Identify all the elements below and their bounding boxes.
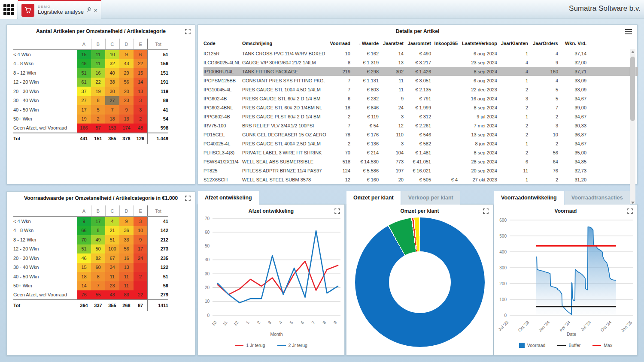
table-row[interactable]: PT825PITLESS ADPTR BRNZE 11/4 PAS97124€ … — [204, 166, 638, 175]
heatmap-cell[interactable]: 14 — [77, 281, 91, 291]
heatmap-cell[interactable]: 2 — [134, 272, 148, 281]
heatmap-cell[interactable]: 17 — [134, 244, 148, 254]
details-column-header[interactable]: - Waarde — [350, 38, 379, 49]
heatmap-cell[interactable]: 9 — [77, 217, 91, 226]
heatmap-cell[interactable]: 17 — [77, 105, 91, 115]
heatmap-cell[interactable]: 8 — [91, 272, 105, 281]
table-row[interactable]: IPG10045-4LPRES GAUGE STL 100# 4.5D 1/4L… — [204, 85, 638, 94]
close-icon[interactable]: × — [94, 7, 97, 13]
heatmap-cell[interactable]: 4 — [105, 217, 119, 226]
table-row[interactable]: IC125RTANK CROSS PVC 11/4 W/RV BOXED10€ … — [204, 49, 638, 58]
expand-icon[interactable] — [334, 208, 340, 214]
table-row[interactable]: PD15GELGUNK GEL DEGREASER 15 OZ AERO78€ … — [204, 130, 638, 139]
heatmap-cell[interactable]: 19 — [91, 87, 105, 96]
heatmap-cell[interactable]: 24 — [134, 253, 148, 263]
heatmap-cell[interactable]: 43 — [119, 59, 134, 69]
heatmap-cell[interactable]: 22 — [134, 290, 148, 300]
details-column-header[interactable]: Inkoop365 — [431, 38, 458, 49]
heatmap-cell[interactable]: 7 — [105, 105, 119, 115]
heatmap-cell[interactable]: 15 — [77, 50, 91, 59]
pin-icon[interactable] — [86, 7, 92, 13]
heatmap-cell[interactable]: 22 — [134, 59, 148, 69]
heatmap-cell[interactable]: 43 — [105, 290, 119, 300]
heatmap-cell[interactable]: 13 — [134, 87, 148, 96]
heatmap-cell[interactable]: 67 — [105, 253, 119, 263]
heatmap-cell[interactable]: 11 — [91, 50, 105, 59]
heatmap-cell[interactable]: 2 — [134, 115, 148, 124]
heatmap-cell[interactable]: 50 — [91, 244, 105, 254]
heatmap-cell[interactable]: 46 — [77, 253, 91, 263]
heatmap-cell[interactable]: 13 — [119, 115, 134, 124]
table-row[interactable]: IRV75-100BRS RELIEF VLV 3/4X1/2 100PSI7€… — [204, 121, 638, 130]
heatmap-cell[interactable]: 174 — [119, 124, 134, 133]
table-row[interactable]: IPG602-4BPRESS GAUGE STL 60# 2 D 1/4 BM6… — [204, 94, 638, 103]
table-row[interactable]: IPG602-4BNLPRES GAUGE STL 60# 2D 1/4BM N… — [204, 103, 638, 112]
heatmap-cell[interactable]: 34 — [105, 263, 119, 272]
heatmap-cell[interactable]: 83 — [119, 290, 134, 300]
details-column-header[interactable]: Wkn. Vrd. — [558, 38, 586, 49]
heatmap-cell[interactable]: 18 — [77, 272, 91, 281]
heatmap-cell[interactable]: 15 — [77, 263, 91, 272]
heatmap-cell[interactable]: 9 — [119, 217, 134, 226]
heatmap-cell[interactable]: 51 — [77, 244, 91, 254]
heatmap-cell[interactable]: 57 — [91, 124, 105, 133]
heatmap-cell[interactable]: 49 — [91, 235, 105, 244]
heatmap-cell[interactable]: 16 — [91, 68, 105, 78]
heatmap-cell[interactable]: 153 — [105, 124, 119, 133]
heatmap-cell[interactable]: 9 — [134, 235, 148, 244]
heatmap-cell[interactable]: 7 — [91, 281, 105, 291]
heatmap-cell[interactable]: 56 — [119, 244, 134, 254]
details-column-header[interactable]: Code — [204, 38, 242, 49]
heatmap-cell[interactable]: 9 — [119, 105, 134, 115]
heatmap-cell[interactable]: 2 — [91, 115, 105, 124]
heatmap-cell[interactable]: 11 — [119, 281, 134, 291]
heatmap-cell[interactable]: 166 — [77, 124, 91, 133]
heatmap-cell[interactable]: 48 — [77, 59, 91, 69]
heatmap-cell[interactable]: 66 — [77, 226, 91, 235]
heatmap-cell[interactable]: 55 — [91, 290, 105, 300]
details-column-header[interactable]: LaatsteVerkoop — [458, 38, 497, 49]
heatmap-cell[interactable]: 17 — [91, 217, 105, 226]
heatmap-cell[interactable]: 11 — [119, 272, 134, 281]
tab-voorraadtransacties[interactable]: Voorraadtransacties — [565, 191, 630, 205]
table-row[interactable]: S12X6SCHWELL SEAL STEEL SUBM 357812€ 160… — [204, 175, 638, 184]
tab-afzet-ontwikkeling[interactable]: Afzet ontwikkeling — [198, 191, 259, 205]
scroll-up-icon[interactable] — [631, 51, 635, 53]
heatmap-cell[interactable]: 18 — [105, 115, 119, 124]
heatmap-cell[interactable]: 10 — [134, 226, 148, 235]
table-row[interactable]: IPPG602-4BPRES GAUGE PLST 60# 2 D 1/4 BM… — [204, 112, 638, 121]
heatmap-cell[interactable]: 3 — [134, 105, 148, 115]
table-row[interactable]: PSWS41/2X11/4WELL SEAL ABS SUBMERSIBLE51… — [204, 157, 638, 166]
heatmap-cell[interactable]: 16 — [119, 253, 134, 263]
expand-icon[interactable] — [627, 208, 633, 214]
table-row[interactable]: PG40025-4LPRES GAUGE STL 400# 2.5D 1/4LM… — [204, 139, 638, 148]
heatmap-cell[interactable]: 56 — [119, 78, 134, 87]
heatmap-cell[interactable]: 15 — [134, 68, 148, 78]
heatmap-cell[interactable]: 61 — [77, 78, 91, 87]
heatmap-cell[interactable]: 48 — [134, 124, 148, 133]
heatmap-cell[interactable]: 33 — [119, 235, 134, 244]
expand-icon[interactable] — [483, 208, 489, 214]
heatmap-cell[interactable]: 27 — [105, 96, 119, 106]
heatmap-cell[interactable]: 8 — [91, 96, 105, 106]
details-column-header[interactable]: JaarOrders — [528, 38, 558, 49]
heatmap-cell[interactable] — [134, 281, 148, 291]
heatmap-cell[interactable]: 20 — [119, 87, 134, 96]
tab-voorraadontwikkeling[interactable]: Voorraadontwikkeling — [494, 191, 564, 205]
table-row[interactable]: PLHSCL3-4(8)PRIVATE LABEL 3 WIRE HT SHRI… — [204, 148, 638, 157]
menu-icon[interactable] — [625, 29, 632, 34]
heatmap-cell[interactable]: 21 — [105, 226, 119, 235]
heatmap-cell[interactable]: 27 — [77, 96, 91, 106]
tab-omzet-per-klant[interactable]: Omzet per klant — [346, 191, 401, 205]
heatmap-cell[interactable]: 5 — [91, 105, 105, 115]
heatmap-cell[interactable]: 23 — [105, 281, 119, 291]
heatmap-cell[interactable]: 6 — [134, 50, 148, 59]
heatmap-cell[interactable]: 70 — [77, 235, 91, 244]
heatmap-cell[interactable]: 32 — [105, 59, 119, 69]
scroll-thumb[interactable] — [630, 57, 635, 121]
document-tab[interactable]: DEMO Logistieke analyse × — [18, 0, 101, 19]
heatmap-cell[interactable]: 37 — [77, 87, 91, 96]
heatmap-cell[interactable]: 30 — [105, 87, 119, 96]
heatmap-cell[interactable]: 82 — [91, 253, 105, 263]
scrollbar[interactable] — [630, 49, 635, 206]
